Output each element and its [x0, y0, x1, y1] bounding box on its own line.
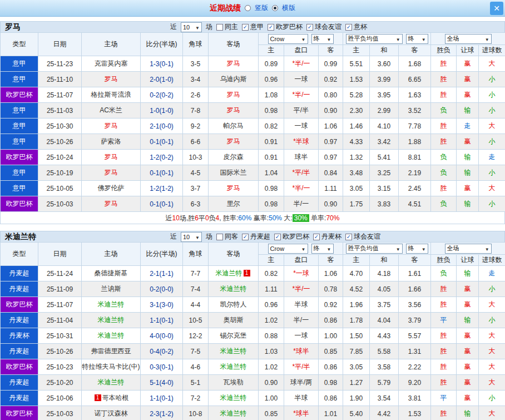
- vertical-layout-label[interactable]: 竖版: [255, 3, 268, 13]
- league-badge: 丹麦超: [1, 344, 38, 359]
- away-team-cell: 罗马: [209, 181, 259, 196]
- team-label: 瓦埃勒: [224, 378, 244, 386]
- league-checkbox-serie-a[interactable]: 意甲: [242, 22, 264, 32]
- home-team-cell: 米迪兰特: [82, 297, 141, 313]
- match-row[interactable]: 丹麦超25-10-26弗雷德里西亚0-4(0-2)7-5米迪兰特1.03*球半0…: [1, 344, 505, 359]
- match-row[interactable]: 欧罗巴杯25-11-07米迪兰特3-1(3-0)4-4凯尔特人0.96半球0.9…: [1, 297, 505, 313]
- matches-body-roma: 意甲25-11-23克雷莫内塞1-3(0-1)3-5罗马0.89*半/一0.99…: [1, 56, 505, 212]
- avg-away-odds: 2.22: [399, 359, 431, 375]
- league-checkbox-coppa[interactable]: 意杯: [345, 22, 367, 32]
- match-row[interactable]: 意甲25-10-19罗马0-1(0-1)4-5国际米兰1.04*平/半0.843…: [1, 165, 505, 181]
- odds-home: 0.98: [259, 103, 284, 118]
- match-score: 1-1(0-1): [141, 313, 183, 328]
- odds-company-select[interactable]: Crow: [268, 34, 308, 44]
- avg-away-odds: 1.68: [399, 56, 431, 72]
- avg-draw-odds: 3.60: [370, 56, 399, 72]
- col-odds-home: 主: [259, 255, 284, 266]
- handicap-line: 半/一: [284, 196, 319, 212]
- result-goals: 小: [479, 87, 505, 103]
- match-score: 0-2(0-2): [141, 87, 183, 103]
- match-row[interactable]: 欧罗巴杯25-10-03罗马0-1(0-1)6-3里尔0.98半/一0.901.…: [1, 196, 505, 212]
- match-row[interactable]: 丹麦超25-11-04米迪兰特1-1(0-1)10-5奥胡斯1.02半/一0.8…: [1, 313, 505, 328]
- odds-company-value: Crow: [270, 36, 285, 42]
- league-checkbox-europa[interactable]: 欧罗巴杯: [268, 22, 303, 32]
- corner-count: 5-1: [183, 375, 209, 391]
- corner-count: 9-2: [183, 118, 209, 134]
- match-row[interactable]: 欧罗巴杯25-10-03诺丁汉森林2-3(1-2)10-8米迪兰特0.85*球半…: [1, 406, 505, 420]
- league-checkbox-superliga[interactable]: 丹麦超: [242, 232, 270, 241]
- result-wdl: 胜: [431, 134, 457, 150]
- page-title: 近期战绩: [210, 3, 241, 13]
- result-goals: 大: [479, 181, 505, 196]
- league-checkbox-friendly[interactable]: 球会友谊: [306, 22, 341, 32]
- col-avg-home: 主: [343, 45, 370, 56]
- avg-time-select[interactable]: 终: [406, 34, 428, 44]
- match-row[interactable]: 丹麦杯25-10-31米迪兰特4-0(0-0)12-2锡尔克堡0.88一球1.0…: [1, 328, 505, 344]
- match-count-select[interactable]: 10: [181, 22, 202, 32]
- match-count-value: 10: [183, 234, 190, 240]
- match-row[interactable]: 欧罗巴杯25-11-07格拉斯哥流浪0-2(0-2)2-6罗马1.08*半/一0…: [1, 87, 505, 103]
- team-label: 罗马: [105, 153, 118, 161]
- chevron-down-icon: [301, 36, 306, 42]
- team-label: 奥胡斯: [224, 316, 244, 324]
- match-row[interactable]: 意甲25-10-30罗马2-1(0-0)9-2帕尔马0.82一球1.061.46…: [1, 118, 505, 134]
- avg-draw-odds: 3.25: [370, 165, 399, 181]
- result-goals: 小: [479, 134, 505, 150]
- match-count-select[interactable]: 10: [181, 232, 202, 242]
- match-row[interactable]: 丹麦超25-10-20米迪兰特5-1(4-0)5-1瓦埃勒0.90球半/两0.9…: [1, 375, 505, 391]
- team-label: 罗马: [227, 91, 240, 98]
- league-checkbox-cup[interactable]: 丹麦杯: [313, 232, 341, 241]
- league-badge: 意甲: [1, 134, 38, 150]
- match-row[interactable]: 意甲25-10-26萨索洛0-1(0-1)6-6罗马0.91*半球0.974.3…: [1, 134, 505, 150]
- scope-select-cell: 全场: [431, 243, 505, 255]
- odds-away: 0.80: [319, 87, 343, 103]
- team-label: 米迪兰特: [220, 363, 247, 370]
- match-row[interactable]: 意甲25-11-10罗马2-0(1-0)3-4乌迪内斯0.96一球0.921.5…: [1, 72, 505, 87]
- summary-segment: 近: [166, 214, 172, 222]
- match-row[interactable]: 丹麦超25-11-09兰讷斯0-2(0-0)7-4米迪兰特1.11*半/一0.7…: [1, 281, 505, 297]
- result-handicap: 输: [457, 313, 479, 328]
- avg-time-select[interactable]: 终: [406, 244, 428, 254]
- avg-odds-select[interactable]: 胜平负均值: [346, 244, 403, 254]
- result-handicap: 赢: [457, 391, 479, 406]
- match-row[interactable]: 意甲25-11-23克雷莫内塞1-3(0-1)3-5罗马0.89*半/一0.99…: [1, 56, 505, 72]
- result-goals: 小: [479, 281, 505, 297]
- close-icon[interactable]: ✕: [490, 2, 503, 15]
- avg-odds-value: 胜平负均值: [348, 244, 379, 253]
- avg-odds-select[interactable]: 胜平负均值: [346, 34, 403, 44]
- corner-count: 7-7: [183, 266, 209, 281]
- horizontal-layout-label[interactable]: 横版: [282, 3, 295, 13]
- league-badge: 欧罗巴杯: [1, 87, 38, 103]
- match-row[interactable]: 意甲25-11-03AC米兰1-0(1-0)7-8罗马0.98平/半0.902.…: [1, 103, 505, 118]
- result-goals: 大: [479, 328, 505, 344]
- match-row[interactable]: 欧罗巴杯25-10-24罗马1-2(0-2)10-3皮尔森0.91球半0.971…: [1, 150, 505, 165]
- scope-select[interactable]: 全场: [445, 34, 492, 44]
- odds-time-select[interactable]: 终: [311, 34, 334, 44]
- league-badge: 丹麦超: [1, 375, 38, 391]
- home-team-cell: 1哥本哈根: [82, 391, 141, 406]
- vertical-layout-radio[interactable]: [245, 5, 251, 11]
- match-date: 25-10-05: [38, 181, 82, 196]
- team-label: 里尔: [227, 200, 240, 207]
- avg-away-odds: 9.20: [399, 375, 431, 391]
- odds-away: 0.78: [319, 281, 343, 297]
- match-row[interactable]: 丹麦超25-10-061哥本哈根1-1(0-1)7-2米迪兰特1.00半球0.8…: [1, 391, 505, 406]
- result-goals: 大: [479, 56, 505, 72]
- horizontal-layout-radio[interactable]: [272, 5, 278, 11]
- league-checkbox-friendly[interactable]: 球会友谊: [345, 232, 380, 241]
- team-label: 罗马: [105, 122, 118, 130]
- match-date: 25-10-03: [38, 196, 82, 212]
- result-wdl: 平: [431, 313, 457, 328]
- league-checkbox-europa[interactable]: 欧罗巴杯: [274, 232, 309, 241]
- team-label: 凯尔特人: [220, 300, 247, 308]
- match-row[interactable]: 欧罗巴杯25-10-23特拉维夫马卡比(中)0-3(0-1)4-6米迪兰特1.0…: [1, 359, 505, 375]
- odds-company-select[interactable]: Crow: [268, 244, 308, 254]
- summary-segment: 6: [195, 214, 199, 222]
- odds-time-select[interactable]: 终: [311, 244, 334, 254]
- same-away-checkbox[interactable]: 同客: [216, 232, 238, 241]
- result-wdl: 胜: [431, 297, 457, 313]
- same-home-checkbox[interactable]: 同主: [216, 22, 238, 32]
- match-row[interactable]: 意甲25-10-05佛罗伦萨1-2(1-2)3-7罗马0.98*半/一1.113…: [1, 181, 505, 196]
- match-row[interactable]: 丹麦超25-11-24桑德捷斯基2-1(1-1)7-7米迪兰特10.82*一球1…: [1, 266, 505, 281]
- scope-select[interactable]: 全场: [445, 244, 492, 254]
